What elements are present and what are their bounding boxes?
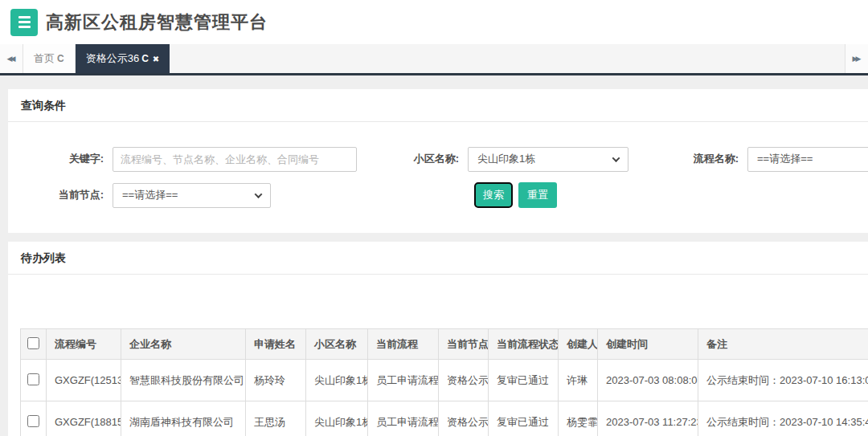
todo-table: 流程编号 企业名称 申请姓名 小区名称 当前流程 当前节点 当前流程状态 创建人… [20, 328, 868, 436]
col-header-company: 企业名称 [121, 329, 246, 360]
form-row-2: 当前节点: ==请选择== 搜索 重置 [8, 182, 868, 208]
tab-qualification-label: 资格公示36 [86, 51, 139, 66]
page-title: 高新区公租房智慧管理平台 [46, 10, 268, 35]
col-header-node: 当前节点 [439, 329, 489, 360]
col-header-applicant: 申请姓名 [246, 329, 306, 360]
close-icon[interactable]: ✖ [153, 55, 159, 63]
col-header-creator: 创建人 [559, 329, 598, 360]
cell-node: 资格公示 [439, 401, 489, 436]
row-checkbox-cell [21, 401, 47, 436]
keyword-label: 关键字: [8, 152, 113, 166]
current-node-label: 当前节点: [8, 188, 113, 202]
community-select-value: 尖山印象1栋 [477, 152, 535, 166]
col-header-created: 创建时间 [598, 329, 698, 360]
cell-process: 员工申请流程 [368, 401, 439, 436]
cell-community: 尖山印象1栋 [306, 401, 368, 436]
hamburger-menu-button[interactable] [10, 9, 38, 36]
cell-node: 资格公示 [439, 360, 489, 401]
app-header: 高新区公租房智慧管理平台 [0, 0, 868, 44]
tab-home[interactable]: 首页 C [23, 44, 76, 73]
col-header-status: 当前流程状态 [489, 329, 559, 360]
query-form: 关键字: 小区名称: 尖山印象1栋 流程名称: ==请选择== 当前节点: ==… [8, 122, 868, 233]
double-chevron-right-icon: ▶▶ [853, 55, 859, 63]
tab-bar: ◀◀ 首页 C 资格公示36 C ✖ ▶▶ [0, 44, 868, 75]
tab-home-label: 首页 [34, 51, 55, 66]
cell-process: 员工申请流程 [368, 360, 439, 401]
row-checkbox-cell [21, 360, 47, 401]
cell-process-no: GXGZF(18815) [47, 401, 121, 436]
process-name-select[interactable]: ==请选择== [747, 147, 868, 172]
cell-remark: 公示结束时间：2023-07-10 14:35:47 [698, 401, 868, 436]
community-label: 小区名称: [357, 152, 468, 166]
cell-status: 复审已通过 [489, 401, 559, 436]
refresh-icon[interactable]: C [57, 53, 64, 64]
refresh-icon[interactable]: C [141, 53, 149, 64]
cell-created: 2023-07-03 11:27:23 [598, 401, 698, 436]
col-header-remark: 备注 [698, 329, 868, 360]
tab-qualification-publicity[interactable]: 资格公示36 C ✖ [76, 44, 170, 73]
row-checkbox[interactable] [27, 415, 39, 427]
tabs-scroll-left-button[interactable]: ◀◀ [0, 44, 23, 73]
cell-applicant: 杨玲玲 [246, 360, 306, 401]
todo-section-title: 待办列表 [8, 242, 868, 275]
col-header-process: 当前流程 [368, 329, 439, 360]
cell-company: 智慧眼科技股份有限公司 [121, 360, 246, 401]
cell-applicant: 王思汤 [246, 401, 306, 436]
cell-status: 复审已通过 [489, 360, 559, 401]
double-chevron-left-icon: ◀◀ [7, 55, 14, 63]
chevron-down-icon [612, 154, 620, 162]
query-section-title: 查询条件 [8, 89, 868, 122]
select-all-checkbox[interactable] [27, 337, 39, 349]
cell-created: 2023-07-03 08:08:07 [598, 360, 698, 401]
table-header-row: 流程编号 企业名称 申请姓名 小区名称 当前流程 当前节点 当前流程状态 创建人… [21, 329, 868, 360]
table-row[interactable]: GXGZF(18815) 湖南盾神科技有限公司 王思汤 尖山印象1栋 员工申请流… [21, 401, 868, 436]
query-panel: 查询条件 关键字: 小区名称: 尖山印象1栋 流程名称: ==请选择== 当前节… [8, 89, 868, 233]
hamburger-icon [18, 16, 31, 18]
todo-table-wrap: 流程编号 企业名称 申请姓名 小区名称 当前流程 当前节点 当前流程状态 创建人… [20, 328, 868, 436]
tabs-scroll-right-button[interactable]: ▶▶ [845, 44, 868, 73]
form-row-1: 关键字: 小区名称: 尖山印象1栋 流程名称: ==请选择== [8, 146, 868, 172]
process-name-select-value: ==请选择== [757, 152, 813, 166]
row-checkbox[interactable] [27, 373, 39, 385]
cell-creator: 许琳 [559, 360, 598, 401]
cell-company: 湖南盾神科技有限公司 [121, 401, 246, 436]
cell-creator: 杨雯霏 [559, 401, 598, 436]
cell-process-no: GXGZF(12513) [47, 360, 121, 401]
keyword-input[interactable] [113, 147, 357, 172]
cell-remark: 公示结束时间：2023-07-10 16:13:07 [698, 360, 868, 401]
search-button[interactable]: 搜索 [474, 182, 513, 208]
col-header-community: 小区名称 [306, 329, 368, 360]
table-row[interactable]: GXGZF(12513) 智慧眼科技股份有限公司 杨玲玲 尖山印象1栋 员工申请… [21, 360, 868, 401]
form-buttons: 搜索 重置 [474, 182, 557, 208]
main-content: 查询条件 关键字: 小区名称: 尖山印象1栋 流程名称: ==请选择== 当前节… [0, 75, 868, 436]
process-name-label: 流程名称: [628, 152, 747, 166]
select-all-checkbox-cell [21, 329, 47, 360]
current-node-select-value: ==请选择== [122, 188, 178, 202]
cell-community: 尖山印象1栋 [306, 360, 368, 401]
reset-button[interactable]: 重置 [518, 182, 557, 208]
current-node-select[interactable]: ==请选择== [113, 183, 271, 208]
col-header-process-no: 流程编号 [47, 329, 121, 360]
community-select[interactable]: 尖山印象1栋 [468, 147, 628, 172]
chevron-down-icon [255, 190, 263, 198]
todo-panel: 待办列表 流程编号 企业名称 申请姓名 [8, 242, 868, 436]
